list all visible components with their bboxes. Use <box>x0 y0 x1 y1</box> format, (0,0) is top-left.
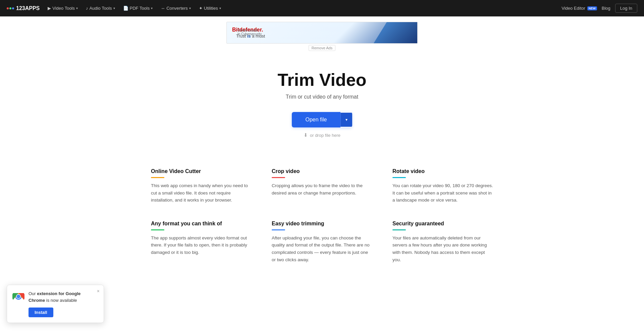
nav-label-audio-tools: Audio Tools <box>90 6 112 11</box>
feature-security: Security guaranteed Your files are autom… <box>392 221 493 263</box>
ad-content: Bitdefender. Trust is a must Global Lead… <box>232 27 265 39</box>
video-icon: ▶ <box>48 6 51 11</box>
feature-underline-2 <box>392 177 406 178</box>
converters-icon: ↔ <box>161 6 165 11</box>
feature-text-4: After uploading your file, you can choos… <box>272 234 372 263</box>
feature-text-2: You can rotate your video 90, 180 or 270… <box>392 182 493 204</box>
nav-item-video-tools[interactable]: ▶ Video Tools ▾ <box>44 0 81 16</box>
ad-decoration <box>374 22 417 43</box>
drop-hint: ⬇ or drop file here <box>304 132 340 138</box>
feature-text-0: This web app comes in handy when you nee… <box>151 182 252 204</box>
chevron-down-icon-pdf: ▾ <box>151 6 153 10</box>
download-icon: ⬇ <box>304 132 308 138</box>
login-button[interactable]: Log In <box>615 4 637 13</box>
utilities-icon: ✦ <box>199 6 203 11</box>
feature-rotate-video: Rotate video You can rotate your video 9… <box>392 168 493 204</box>
feature-online-video-cutter: Online Video Cutter This web app comes i… <box>151 168 252 204</box>
open-file-button[interactable]: Open file <box>292 112 340 127</box>
feature-text-5: Your files are automatically deleted fro… <box>392 234 493 263</box>
nav-item-converters[interactable]: ↔ Converters ▾ <box>157 0 194 16</box>
feature-title-2: Rotate video <box>392 168 493 174</box>
feature-any-format: Any format you can think of The app supp… <box>151 221 252 263</box>
navbar-left: 123APPS ▶ Video Tools ▾ ♪ Audio Tools ▾ … <box>7 0 561 16</box>
chevron-down-icon: ▾ <box>76 6 78 10</box>
feature-easy-trimming: Easy video trimming After uploading your… <box>272 221 372 263</box>
chevron-down-icon-utilities: ▾ <box>219 6 221 10</box>
nav-label-pdf-tools: PDF Tools <box>130 6 150 11</box>
feature-title-0: Online Video Cutter <box>151 168 252 174</box>
blog-link[interactable]: Blog <box>602 6 610 11</box>
feature-underline-0 <box>151 177 164 178</box>
open-file-wrapper: Open file ▾ <box>292 112 352 127</box>
drop-hint-text: or drop file here <box>310 133 340 138</box>
nav-label-video-tools: Video Tools <box>52 6 75 11</box>
feature-underline-4 <box>272 229 285 230</box>
nav-item-utilities[interactable]: ✦ Utilities ▾ <box>196 0 224 16</box>
ad-container: Bitdefender. Trust is a must Global Lead… <box>0 16 644 53</box>
nav-label-utilities: Utilities <box>204 6 218 11</box>
logo-dots <box>7 7 14 9</box>
feature-underline-1 <box>272 177 285 178</box>
ad-sub1: Global Leader In Cybersecurity <box>237 29 262 36</box>
chevron-down-icon-converters: ▾ <box>189 6 191 10</box>
logo-text: 123APPS <box>16 5 40 11</box>
video-editor-label: Video Editor <box>561 6 585 11</box>
navbar-right: Video Editor NEW Blog Log In <box>561 4 637 13</box>
dot-red <box>7 7 9 9</box>
video-editor-link[interactable]: Video Editor NEW <box>561 6 597 11</box>
dot-green <box>9 7 11 9</box>
feature-title-3: Any format you can think of <box>151 221 252 227</box>
pdf-icon: 📄 <box>123 6 128 11</box>
feature-text-1: Cropping allows you to frame the video t… <box>272 182 372 197</box>
feature-underline-5 <box>392 229 406 230</box>
nav-item-audio-tools[interactable]: ♪ Audio Tools ▾ <box>83 0 118 16</box>
new-badge: NEW <box>587 6 597 10</box>
nav-label-converters: Converters <box>166 6 188 11</box>
feature-crop-video: Crop video Cropping allows you to frame … <box>272 168 372 204</box>
navbar: 123APPS ▶ Video Tools ▾ ♪ Audio Tools ▾ … <box>0 0 644 16</box>
feature-title-4: Easy video trimming <box>272 221 372 227</box>
ad-banner[interactable]: Bitdefender. Trust is a must Global Lead… <box>226 22 418 44</box>
hero-section: Trim Video Trim or cut video of any form… <box>0 53 644 148</box>
feature-title-1: Crop video <box>272 168 372 174</box>
feature-text-3: The app supports almost every video form… <box>151 234 252 256</box>
remove-ads-button[interactable]: Remove Ads <box>309 45 335 51</box>
page-title: Trim Video <box>278 70 367 90</box>
logo[interactable]: 123APPS <box>7 5 40 11</box>
feature-title-5: Security guaranteed <box>392 221 493 227</box>
feature-underline-3 <box>151 229 164 230</box>
open-file-dropdown-button[interactable]: ▾ <box>340 113 352 127</box>
nav-item-pdf-tools[interactable]: 📄 PDF Tools ▾ <box>120 0 156 16</box>
features-section: Online Video Cutter This web app comes i… <box>138 168 506 263</box>
page-subtitle: Trim or cut video of any format <box>286 94 358 100</box>
audio-icon: ♪ <box>86 6 88 11</box>
dot-blue <box>12 7 14 9</box>
chevron-down-icon-audio: ▾ <box>113 6 115 10</box>
